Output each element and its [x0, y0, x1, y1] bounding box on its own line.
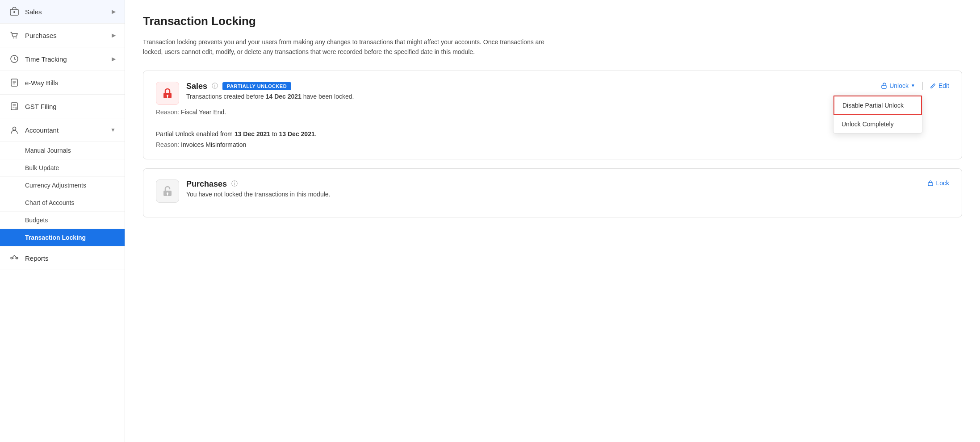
svg-point-8: [11, 257, 13, 259]
sidebar-item-sales[interactable]: Sales ▶: [0, 0, 125, 24]
sidebar-sub-item-budgets[interactable]: Budgets: [0, 212, 125, 229]
purchases-icon: [9, 30, 20, 41]
sidebar-sub-item-manual-journals[interactable]: Manual Journals: [0, 142, 125, 159]
purchases-lock-icon: [156, 179, 179, 203]
purchases-chevron: ▶: [112, 32, 116, 38]
sidebar-sub-item-currency-adjustments[interactable]: Currency Adjustments: [0, 177, 125, 194]
sales-module-header: Sales ⓘ PARTIALLY UNLOCKED Transactions …: [156, 82, 949, 105]
svg-point-7: [13, 127, 16, 130]
disable-partial-unlock-item[interactable]: Disable Partial Unlock: [833, 96, 922, 115]
sales-module-card: Sales ⓘ PARTIALLY UNLOCKED Transactions …: [143, 71, 962, 159]
reports-label: Reports: [25, 254, 116, 262]
accountant-icon: [9, 125, 20, 135]
svg-rect-13: [882, 85, 886, 88]
svg-point-9: [16, 257, 18, 259]
svg-point-2: [13, 38, 14, 38]
page-description: Transaction locking prevents you and you…: [143, 37, 545, 57]
accountant-label: Accountant: [25, 126, 110, 134]
svg-point-1: [13, 11, 15, 13]
lock-button[interactable]: Lock: [927, 179, 949, 187]
sidebar-sub-item-chart-of-accounts[interactable]: Chart of Accounts: [0, 194, 125, 212]
action-divider: [922, 82, 923, 90]
eway-bills-label: e-Way Bills: [25, 79, 116, 87]
gst-filing-icon: [9, 101, 20, 112]
sidebar-item-accountant[interactable]: Accountant ▼: [0, 118, 125, 142]
eway-bills-icon: [9, 77, 20, 88]
sidebar-item-time-tracking[interactable]: Time Tracking ▶: [0, 47, 125, 71]
time-tracking-label: Time Tracking: [25, 55, 112, 63]
sales-icon: [9, 6, 20, 17]
sidebar-sub-item-transaction-locking[interactable]: Transaction Locking: [0, 229, 125, 246]
purchases-label: Purchases: [25, 32, 112, 39]
sidebar-item-purchases[interactable]: Purchases ▶: [0, 24, 125, 47]
unlock-button[interactable]: Unlock ▼: [881, 82, 915, 89]
sidebar-sub-item-bulk-update[interactable]: Bulk Update: [0, 159, 125, 177]
time-tracking-chevron: ▶: [112, 56, 116, 62]
purchases-module-card: Purchases ⓘ You have not locked the tran…: [143, 168, 962, 217]
sales-info-icon[interactable]: ⓘ: [212, 82, 218, 90]
purchases-module-header: Purchases ⓘ You have not locked the tran…: [156, 179, 949, 203]
unlock-completely-item[interactable]: Unlock Completely: [833, 115, 922, 133]
purchases-info-icon[interactable]: ⓘ: [231, 180, 238, 188]
svg-rect-6: [11, 103, 17, 110]
partial-unlock-info: Partial Unlock enabled from 13 Dec 2021 …: [156, 123, 949, 148]
sidebar: Sales ▶ Purchases ▶ Time Tracking ▶: [0, 0, 125, 442]
sales-module-left: Sales ⓘ PARTIALLY UNLOCKED Transactions …: [156, 82, 881, 105]
purchases-module-left: Purchases ⓘ You have not locked the tran…: [156, 179, 927, 203]
sales-chevron: ▶: [112, 8, 116, 15]
sidebar-item-gst-filing[interactable]: GST Filing: [0, 95, 125, 118]
time-tracking-icon: [9, 54, 20, 64]
sales-label: Sales: [25, 8, 112, 16]
sales-lock-icon: [156, 82, 179, 105]
unlock-dropdown: Disable Partial Unlock Unlock Completely: [833, 95, 922, 133]
partial-unlock-reason: Reason: Invoices Misinformation: [156, 141, 949, 148]
page-title: Transaction Locking: [143, 14, 962, 28]
svg-point-3: [16, 38, 17, 38]
accountant-chevron: ▼: [110, 127, 116, 133]
gst-filing-label: GST Filing: [25, 103, 116, 110]
main-content: Transaction Locking Transaction locking …: [125, 0, 980, 442]
sales-title-row: Sales ⓘ PARTIALLY UNLOCKED: [186, 82, 354, 91]
sales-reason-row: Reason: Fiscal Year End.: [156, 108, 949, 116]
edit-button[interactable]: Edit: [930, 82, 949, 89]
purchases-lock-description: You have not locked the transactions in …: [186, 191, 330, 198]
purchases-title-row: Purchases ⓘ: [186, 179, 330, 189]
sales-module-name: Sales: [186, 82, 207, 91]
svg-rect-17: [928, 183, 933, 186]
purchases-module-name: Purchases: [186, 179, 227, 189]
reports-icon: [9, 253, 20, 263]
purchases-module-info: Purchases ⓘ You have not locked the tran…: [186, 179, 330, 198]
sales-module-actions: Unlock ▼ Edit Disable Partial Unlock Unl…: [881, 82, 949, 90]
sales-module-info: Sales ⓘ PARTIALLY UNLOCKED Transactions …: [186, 82, 354, 100]
partial-unlock-date: Partial Unlock enabled from 13 Dec 2021 …: [156, 130, 949, 138]
sidebar-item-eway-bills[interactable]: e-Way Bills: [0, 71, 125, 95]
sidebar-item-reports[interactable]: Reports: [0, 246, 125, 270]
sales-lock-description: Transactions created before 14 Dec 2021 …: [186, 93, 354, 100]
sales-badge: PARTIALLY UNLOCKED: [222, 82, 291, 90]
purchases-module-actions: Lock: [927, 179, 949, 187]
